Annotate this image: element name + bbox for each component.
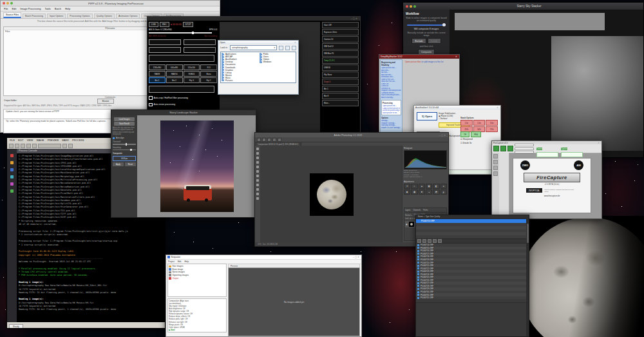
- exposure-slider[interactable]: [149, 32, 212, 34]
- action-link[interactable]: Batch stacking...: [381, 97, 401, 99]
- adjustment-icon[interactable]: ▲: [419, 184, 425, 189]
- setting-row[interactable]: Gamma 50: [322, 36, 359, 43]
- include-button[interactable]: Include: [428, 38, 441, 44]
- adjustment-icon[interactable]: ◭: [440, 189, 447, 195]
- action-link[interactable]: Stack checked pictures...: [381, 94, 401, 97]
- close-icon[interactable]: [406, 5, 408, 8]
- size-chip[interactable]: 1.5x: [460, 120, 473, 126]
- view-menu-icon[interactable]: [292, 46, 296, 50]
- live-button[interactable]: LIVE: [149, 22, 158, 27]
- threshold-slider[interactable]: [113, 144, 136, 145]
- radio-surface[interactable]: ○ Surface: [439, 117, 455, 120]
- menu-item[interactable]: IMAGE: [36, 139, 44, 142]
- marquee-tool-icon[interactable]: [256, 152, 259, 155]
- action-link[interactable]: Raw/FITS DDP Settings...: [381, 127, 401, 130]
- clone-tool-icon[interactable]: [256, 179, 259, 182]
- zoom-in-icon[interactable]: [62, 144, 67, 148]
- mode-cell[interactable]: 640x480: [166, 64, 183, 70]
- mode-cell[interactable]: ROI: [200, 64, 217, 70]
- close-icon[interactable]: [3, 2, 5, 5]
- history-icon[interactable]: [10, 175, 14, 178]
- setting-row[interactable]: Flip None: [322, 72, 359, 78]
- close-icon[interactable]: ✕: [357, 256, 360, 258]
- menu-item[interactable]: PREVIEW: [48, 139, 59, 142]
- close-icon[interactable]: ✕: [355, 17, 358, 20]
- action-link[interactable]: Register checked pictures...: [381, 90, 401, 92]
- exclude-button[interactable]: Exclude: [412, 38, 426, 44]
- apply-button[interactable]: Apply: [113, 162, 124, 166]
- menu-item[interactable]: PROCESS: [72, 139, 84, 142]
- rec-button[interactable]: REC: [160, 22, 169, 27]
- eraser-tool-icon[interactable]: [256, 184, 259, 186]
- panel-tab[interactable]: Channels: [413, 209, 421, 211]
- new-icon[interactable]: [9, 144, 14, 148]
- blend-mode-select[interactable]: Normal ▾: [405, 214, 412, 217]
- tab[interactable]: Input Options: [47, 14, 66, 18]
- folder-item[interactable]: Pictures: [222, 79, 257, 82]
- roi-icon[interactable]: [493, 166, 498, 170]
- lasso-tool-icon[interactable]: [256, 157, 259, 159]
- zoom-select[interactable]: [38, 144, 61, 148]
- browse-button[interactable]: Browse: [97, 99, 114, 104]
- format-chip[interactable]: TIF: [460, 131, 469, 137]
- menu-item[interactable]: Image Processing: [20, 7, 41, 10]
- setting-row[interactable]: Gain 139: [322, 22, 359, 28]
- menu-item[interactable]: Help: [184, 260, 189, 263]
- option-icon[interactable]: [262, 138, 266, 142]
- folder-item[interactable]: Windows: [260, 61, 295, 63]
- tab[interactable]: Batch Processing: [23, 14, 46, 18]
- pen-tool-icon[interactable]: [256, 197, 259, 200]
- capture-titlebar[interactable]: – ▢ ✕: [147, 17, 360, 21]
- notes-field[interactable]: [149, 86, 214, 93]
- profile-field[interactable]: [184, 47, 216, 53]
- menu-item[interactable]: Edit: [12, 7, 16, 10]
- tab[interactable]: Source Files: [3, 12, 21, 18]
- eyedropper-tool-icon[interactable]: [256, 170, 259, 173]
- setting-row[interactable]: WB Red 52: [322, 43, 359, 50]
- option-icon[interactable]: [278, 138, 281, 142]
- setting-row[interactable]: WB Blue 95: [322, 50, 359, 57]
- scrollbar-thumb[interactable]: [527, 224, 529, 243]
- tab[interactable]: Quality Options: [94, 14, 115, 18]
- mode-cell[interactable]: 1280x960: [149, 64, 166, 70]
- path-field[interactable]: [149, 55, 214, 62]
- tab[interactable]: Processing Options: [67, 14, 92, 18]
- minimize-icon[interactable]: [410, 5, 412, 8]
- close-icon[interactable]: ✕: [294, 41, 297, 44]
- redo-icon[interactable]: [32, 144, 37, 148]
- capture-button[interactable]: [493, 146, 499, 151]
- setting-row[interactable]: Bits 8: [322, 93, 359, 99]
- adjustment-icon[interactable]: ▦: [426, 184, 432, 189]
- slider-knob[interactable]: [130, 149, 132, 151]
- brush-tool-icon[interactable]: [256, 175, 259, 177]
- menu-item[interactable]: EDIT: [18, 139, 24, 142]
- minimize-icon[interactable]: [6, 2, 9, 5]
- website-link[interactable]: www.firecapture.de: [544, 195, 560, 197]
- slider-knob[interactable]: [442, 23, 446, 26]
- ready-tab[interactable]: Ready: [9, 324, 23, 328]
- action-link[interactable]: Save picture to file...: [383, 112, 400, 115]
- histogram-icon[interactable]: [493, 154, 498, 159]
- move-tool-icon[interactable]: [256, 148, 259, 150]
- option-icon[interactable]: [267, 138, 271, 142]
- mode-cell[interactable]: Mono: [200, 71, 217, 77]
- menu-item[interactable]: Project: [168, 260, 175, 263]
- folder-field[interactable]: [149, 47, 181, 53]
- mode-cell[interactable]: RAW16: [166, 71, 183, 77]
- adjustment-icon[interactable]: ◆: [404, 189, 410, 195]
- histogram-tab[interactable]: Histogram: [404, 147, 447, 149]
- option-row[interactable]: ▶ Start: [169, 329, 225, 331]
- preview-button[interactable]: [500, 146, 506, 151]
- adjustment-icon[interactable]: ◧: [433, 184, 439, 189]
- mode-cell[interactable]: RGB24: [184, 71, 200, 77]
- undo-icon[interactable]: [26, 144, 31, 148]
- menu-item[interactable]: Batch: [55, 7, 61, 10]
- exposure-slider[interactable]: [515, 148, 534, 150]
- setting-row[interactable]: Temp 21.3°C: [322, 57, 359, 64]
- file-row[interactable]: P1040732.ORF: [416, 296, 529, 300]
- sort-icon[interactable]: [433, 239, 437, 243]
- open-button[interactable]: 1) Open: [417, 112, 437, 120]
- panel-tab[interactable]: Layers: [405, 209, 410, 211]
- size-chip[interactable]: 3.0x: [486, 120, 498, 126]
- settings-button[interactable]: [507, 146, 513, 151]
